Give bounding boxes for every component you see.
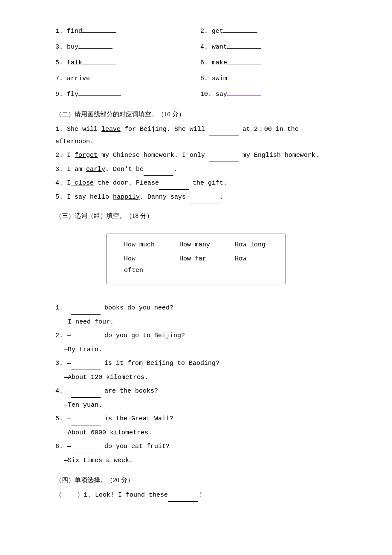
part3-q4: 4. — are the books? (55, 385, 337, 398)
blank-3 (78, 48, 112, 49)
num-10: 10. say (200, 89, 227, 100)
part4-section: （四）单项选择。（20 分） （ ）1. Look! I found these… (55, 474, 337, 502)
part4-title: （四）单项选择。（20 分） (55, 474, 337, 486)
blank-6 (227, 64, 261, 64)
part3-q3: 3. — is it from Beijing to Baoding? (55, 358, 337, 370)
part3-a6: —Six times a week. (64, 455, 337, 467)
blank-p3-6 (71, 453, 101, 453)
part3-q2: 2. — do you go to Beijing? (55, 330, 337, 342)
row-2: 2. get (200, 26, 337, 37)
part2-s3: 3. I am early. Don't be. (55, 164, 337, 176)
part3-a2: —By train. (64, 344, 337, 356)
num-7: 7. arrive (55, 73, 90, 84)
num-8: 8. swim (200, 73, 227, 84)
word-how-many: How many (179, 239, 213, 251)
part3-a4: —Ten yuan. (64, 399, 337, 412)
num-5: 5. talk (55, 57, 82, 69)
row-1: 1. find (55, 26, 192, 37)
part2-s1: 1. She will leave for Beijing. She will … (55, 124, 337, 148)
part3-q1: 1. — books do you need? (55, 302, 337, 315)
part1-grid: 1. find 2. get 3. buy 4. want 5. talk 6.… (55, 26, 337, 103)
num-6: 6. make (200, 57, 227, 69)
row-4: 4. want (200, 41, 337, 53)
blank-5 (82, 64, 116, 64)
blank-s5 (190, 203, 219, 203)
part2-section: （二）请用画线部分的对应词填空。（10 分） 1. She will leave… (55, 109, 337, 203)
blank-s3 (144, 175, 173, 176)
part3-a1: —I need four. (64, 316, 337, 329)
blank-s2 (209, 162, 239, 162)
part3-title: （三）选词（组）填空。（18 分） (55, 210, 337, 222)
word-how-long: How long (235, 239, 269, 251)
blank-p3-3 (71, 370, 101, 370)
row-5: 5. talk (55, 57, 192, 69)
part2-s5: 5. I say hello happily. Danny says . (55, 191, 337, 204)
word-box-row1: How much How many How long (124, 239, 268, 251)
row-10: 10. say (200, 89, 337, 100)
underline-happily: happily (113, 194, 140, 201)
word-how-far: How far (179, 253, 213, 276)
blank-8 (227, 80, 261, 80)
blank-10 (227, 95, 261, 96)
part4-q1: （ ）1. Look! I found these！ (55, 489, 337, 502)
num-2: 2. get (200, 26, 223, 37)
blank-s1 (209, 136, 239, 136)
underline-leave: leave (101, 126, 121, 133)
part3-q5: 5. — is the Great Wall? (55, 413, 337, 425)
word-how-often: How often (124, 253, 158, 276)
part3-q6: 6. — do you eat fruit? (55, 441, 337, 453)
part2-s2: 2. I forget my Chinese homework. I only … (55, 150, 337, 162)
underline-close: close (71, 179, 94, 187)
num-1: 1. find (55, 26, 82, 37)
blank-9 (78, 95, 121, 96)
word-how: How (235, 253, 269, 276)
blank-1 (82, 32, 116, 33)
blank-p3-1 (71, 314, 101, 315)
row-3: 3. buy (55, 41, 192, 53)
underline-forget: forget (75, 152, 98, 159)
part2-title: （二）请用画线部分的对应词填空。（10 分） (55, 109, 337, 120)
row-9: 9. fly (55, 89, 192, 100)
row-6: 6. make (200, 57, 337, 69)
part3-a5: —About 6000 kilometres. (64, 427, 337, 439)
blank-2 (223, 32, 257, 33)
blank-p4-1 (168, 501, 198, 502)
part1-section: 1. find 2. get 3. buy 4. want 5. talk 6.… (55, 26, 337, 103)
part3-a3: —About 120 kilometres. (64, 372, 337, 384)
blank-p3-2 (71, 342, 101, 342)
row-8: 8. swim (200, 73, 337, 84)
part3-section: （三）选词（组）填空。（18 分） How much How many How … (55, 210, 337, 467)
blank-s4 (159, 189, 189, 190)
blank-7 (90, 80, 115, 80)
word-box-row2: How often How far How (124, 253, 268, 276)
blank-4 (227, 48, 261, 49)
underline-early: early (86, 166, 105, 173)
num-3: 3. buy (55, 41, 78, 53)
word-how-much: How much (124, 239, 158, 251)
num-9: 9. fly (55, 89, 78, 100)
part2-s4: 4. I close the door. Please the gift. (55, 177, 337, 190)
blank-p3-4 (71, 397, 101, 398)
num-4: 4. want (200, 41, 227, 53)
row-7: 7. arrive (55, 73, 192, 84)
word-box: How much How many How long How often How… (107, 234, 285, 284)
blank-p3-5 (71, 425, 101, 425)
